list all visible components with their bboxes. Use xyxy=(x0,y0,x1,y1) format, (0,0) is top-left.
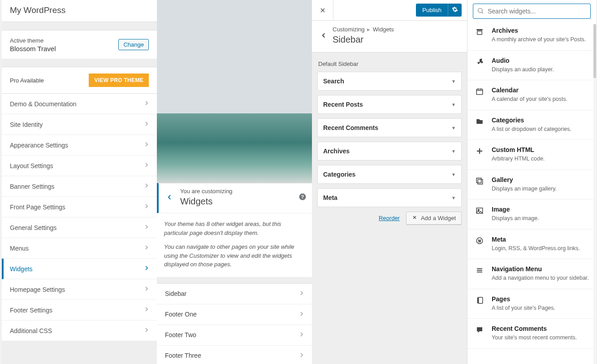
menu-item-label: Banner Settings xyxy=(10,183,55,190)
menu-item-label: Additional CSS xyxy=(10,327,52,334)
customizer-section-item[interactable]: Homepage Settings xyxy=(2,279,157,300)
widget-row[interactable]: Categories ▼ xyxy=(317,165,462,184)
widget-library-item[interactable]: Pages A list of your site's Pages. xyxy=(467,289,596,319)
customizer-section-item[interactable]: Menus xyxy=(2,238,157,259)
help-icon[interactable]: ? xyxy=(298,193,307,202)
categories-icon xyxy=(475,117,485,134)
crumb-separator-icon: ▸ xyxy=(367,26,370,33)
widget-library-item[interactable]: Image Displays an image. xyxy=(467,199,596,230)
chevron-right-icon xyxy=(143,182,150,191)
widget-library-item[interactable]: Custom HTML Arbitrary HTML code. xyxy=(467,140,596,170)
library-desc: Arbitrary HTML code. xyxy=(492,155,545,163)
search-widgets-field[interactable] xyxy=(473,4,591,19)
close-customizer-button[interactable] xyxy=(312,0,333,21)
widget-name: Recent Posts xyxy=(323,101,363,108)
widget-library-item[interactable]: Calendar A calendar of your site's posts… xyxy=(467,80,596,110)
chevron-right-icon xyxy=(298,290,305,298)
crumb-small: You are customizing xyxy=(180,188,298,195)
customizer-section-item[interactable]: Site Identity xyxy=(2,114,157,135)
svg-line-7 xyxy=(482,12,483,13)
customizer-section-item[interactable]: Banner Settings xyxy=(2,176,157,197)
customizer-section-item[interactable]: Demo & Documentation xyxy=(2,94,157,114)
customizer-section-item[interactable]: Additional CSS xyxy=(2,321,157,341)
view-pro-button[interactable]: VIEW PRO THEME xyxy=(89,74,149,87)
menu-item-label: Appearance Settings xyxy=(10,142,68,149)
widget-library-item[interactable]: Recent Comments Your site's most recent … xyxy=(467,319,596,349)
preview-pane xyxy=(157,0,312,183)
chevron-right-icon xyxy=(298,351,305,360)
search-icon xyxy=(477,7,484,16)
widget-library-item[interactable]: Categories A list or dropdown of categor… xyxy=(467,110,596,140)
customizer-section-item[interactable]: Footer Settings xyxy=(2,300,157,321)
chevron-right-icon xyxy=(143,285,150,294)
widget-name: Categories xyxy=(323,171,355,178)
widget-library-item[interactable]: Archives A monthly archive of your site'… xyxy=(467,21,596,51)
back-to-widgets-button[interactable] xyxy=(315,31,333,39)
widget-library-item[interactable]: Meta Login, RSS, & WordPress.org links. xyxy=(467,230,596,260)
svg-rect-26 xyxy=(479,297,483,303)
library-desc: A calendar of your site's posts. xyxy=(492,95,567,104)
customizer-section-item[interactable]: General Settings xyxy=(2,217,157,238)
widget-library-item[interactable]: Navigation Menu Add a navigation menu to… xyxy=(467,259,596,289)
widget-area-item[interactable]: Footer One xyxy=(157,304,312,325)
widget-name: Recent Comments xyxy=(323,124,378,131)
widget-area-item[interactable]: Sidebar xyxy=(157,284,312,304)
menu-item-label: Layout Settings xyxy=(10,162,53,169)
customizer-section-item[interactable]: Front Page Settings xyxy=(2,197,157,217)
library-title: Archives xyxy=(492,27,586,34)
menu-item-label: Site Identity xyxy=(10,121,43,128)
expand-icon: ▼ xyxy=(451,149,456,154)
library-title: Pages xyxy=(492,295,555,303)
search-widgets-input[interactable] xyxy=(486,6,587,17)
reorder-link[interactable]: Reorder xyxy=(379,215,400,221)
library-title: Navigation Menu xyxy=(492,265,589,273)
menu-item-label: Widgets xyxy=(10,265,33,273)
library-title: Custom HTML xyxy=(492,146,545,153)
widget-area-item[interactable]: Footer Two xyxy=(157,325,312,346)
publish-button[interactable]: Publish xyxy=(416,4,448,17)
customizer-section-item[interactable]: Layout Settings xyxy=(2,156,157,176)
svg-point-10 xyxy=(481,61,483,63)
menu-item-label: Demo & Documentation xyxy=(10,100,77,108)
widget-row[interactable]: Recent Posts ▼ xyxy=(317,95,462,114)
expand-icon: ▼ xyxy=(451,172,456,177)
panel-title: Sidebar xyxy=(333,35,394,45)
library-desc: Your site's most recent comments. xyxy=(492,334,577,342)
library-title: Categories xyxy=(492,117,571,124)
add-widget-button[interactable]: Add a Widget xyxy=(406,212,462,225)
area-label: Footer Three xyxy=(165,352,201,359)
menu-item-label: Homepage Settings xyxy=(10,286,65,293)
library-title: Audio xyxy=(492,57,554,64)
change-theme-button[interactable]: Change xyxy=(118,39,149,50)
crumb-parent[interactable]: Widgets xyxy=(373,26,394,33)
gallery-icon xyxy=(475,176,485,193)
widget-area-item[interactable]: Footer Three xyxy=(157,346,312,364)
site-title: My WordPress xyxy=(2,0,157,22)
svg-point-6 xyxy=(478,8,482,12)
pro-row: Pro Available VIEW PRO THEME xyxy=(2,67,157,94)
expand-icon: ▼ xyxy=(451,195,456,200)
customizer-section-item[interactable]: Widgets xyxy=(2,259,157,279)
scrollbar[interactable] xyxy=(593,24,596,364)
image-icon xyxy=(475,206,485,223)
widget-row[interactable]: Meta ▼ xyxy=(317,188,462,207)
menu-item-label: Front Page Settings xyxy=(10,204,65,211)
widget-row[interactable]: Search ▼ xyxy=(317,72,462,91)
archive-icon xyxy=(475,27,485,44)
area-label: Footer Two xyxy=(165,331,196,338)
back-button[interactable] xyxy=(162,193,177,201)
svg-rect-11 xyxy=(476,89,483,95)
svg-rect-9 xyxy=(477,31,482,35)
active-theme-name: Blossom Travel xyxy=(10,45,56,52)
widget-library-item[interactable]: Gallery Displays an image gallery. xyxy=(467,170,596,200)
library-desc: Add a navigation menu to your sidebar. xyxy=(492,274,589,282)
library-title: Recent Comments xyxy=(492,325,577,332)
expand-icon: ▼ xyxy=(451,79,456,84)
widget-library-item[interactable]: Audio Displays an audio player. xyxy=(467,51,596,81)
svg-rect-17 xyxy=(476,178,481,183)
widget-row[interactable]: Archives ▼ xyxy=(317,142,462,160)
chevron-right-icon xyxy=(298,331,305,339)
widget-row[interactable]: Recent Comments ▼ xyxy=(317,118,462,137)
customizer-section-item[interactable]: Appearance Settings xyxy=(2,135,157,156)
publish-settings-button[interactable] xyxy=(448,4,462,17)
